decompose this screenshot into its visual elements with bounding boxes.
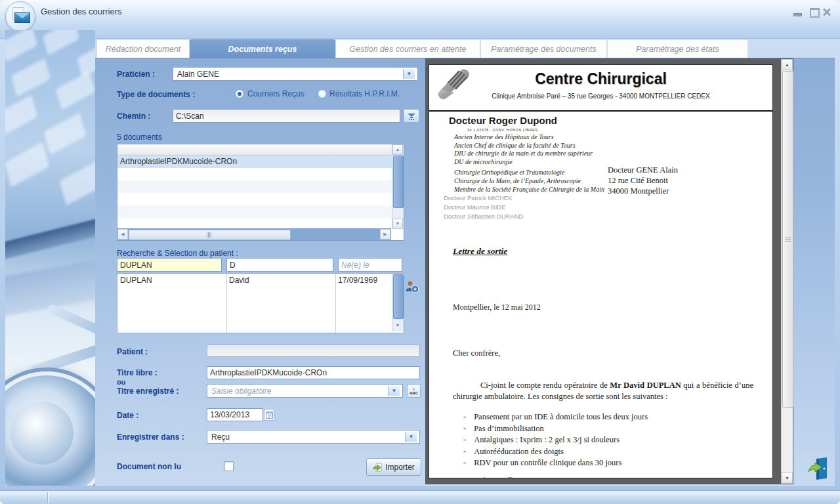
clinic-name: Centre Chirurgical	[429, 70, 772, 88]
exit-button[interactable]	[807, 456, 830, 484]
documents-count: 5 documents	[117, 133, 162, 142]
status-bar-divider	[47, 492, 48, 503]
document-preview: Centre Chirurgical Clinique Ambroise Par…	[425, 58, 793, 484]
tab-redaction-document[interactable]: Rédaction document	[96, 39, 190, 58]
scroll-up-icon[interactable]: ▲	[782, 59, 793, 70]
titre-enregistre-label: Titre enregistré :	[117, 387, 178, 396]
window-title: Gestion des courriers	[41, 7, 122, 16]
chevron-down-icon[interactable]: ▼	[388, 386, 400, 396]
scroll-up-icon[interactable]: ▲	[392, 144, 403, 155]
patient-results-table[interactable]: DUPLAN David 17/09/1969 ▼	[117, 273, 404, 333]
scroll-down-icon[interactable]: ▼	[392, 219, 403, 229]
document-list-item-selected[interactable]: ArthroplastieIPDKMucoide-CROn	[117, 156, 392, 168]
doctor-name: Docteur Roger Dupond	[449, 115, 557, 126]
chevron-down-icon[interactable]: ▼	[403, 69, 415, 79]
enregistrer-dans-value: Reçu	[210, 432, 405, 442]
add-patient-icon	[405, 280, 419, 294]
praticien-label: Praticien :	[117, 70, 155, 79]
search-nom-input[interactable]	[117, 258, 222, 272]
minimize-button[interactable]	[789, 7, 805, 16]
chemin-input[interactable]	[173, 109, 400, 123]
letter-salutation: Cher confrère,	[453, 348, 500, 358]
enregistrer-dans-label: Enregistrer dans :	[117, 432, 184, 442]
result-nom[interactable]: DUPLAN	[120, 276, 152, 285]
patient-name-bold: Mr David DUPLAN	[610, 381, 681, 390]
list-header	[117, 144, 392, 156]
discharge-instructions: -Pansement par un IDE à domicile tous le…	[463, 411, 648, 469]
scroll-down-icon[interactable]: ▼	[392, 321, 403, 331]
document-list-item[interactable]	[117, 168, 392, 180]
titre-enregistre-select[interactable]: Saisie obligatoire ▼	[207, 384, 403, 398]
letter-body: Ci-joint le compte rendu opératoire de M…	[453, 380, 753, 402]
doctor-credentials: Ancien Interne des Hôpitaux de Tours Anc…	[454, 133, 604, 194]
doctor-subtitle: 34 1 02378 . CONV. HONOS LIBRES	[467, 128, 537, 132]
letter-closing: Bien confraternellement	[453, 476, 532, 478]
documents-list[interactable]: ArthroplastieIPDKMucoide-CROn ▲ ▼ ◀ ▶	[117, 144, 404, 241]
sidebar-photo	[5, 30, 95, 486]
result-prenom[interactable]: David	[229, 276, 249, 285]
documents-horizontal-scrollbar[interactable]: ◀ ▶	[117, 228, 391, 240]
exit-door-icon	[807, 456, 830, 481]
browse-folder-icon	[407, 112, 416, 120]
document-list-item[interactable]	[117, 205, 392, 218]
enregistrer-dans-select[interactable]: Reçu ▼	[207, 430, 420, 444]
spellcheck-button[interactable]: ✎ ABC	[407, 384, 421, 398]
scroll-down-icon[interactable]: ▼	[782, 472, 793, 484]
associate-doctors: Docteur Patrick MICHEK Docteur Maurice B…	[444, 194, 523, 221]
chemin-label: Chemin :	[117, 112, 150, 121]
importer-button[interactable]: Importer	[366, 458, 421, 476]
spellcheck-abc-icon: ABC	[410, 391, 418, 395]
document-list-item[interactable]	[117, 193, 392, 205]
document-list-item[interactable]	[117, 180, 392, 193]
tab-documents-recus[interactable]: Documents reçus	[190, 39, 335, 58]
praticien-select[interactable]: Alain GENE ▼	[173, 67, 418, 81]
calendar-button[interactable]	[264, 409, 274, 421]
tab-gestion-courriers-attente[interactable]: Gestion des courriers en attente	[335, 39, 480, 58]
radio-courriers-recus-label[interactable]: Courriers Reçus	[247, 89, 304, 98]
radio-courriers-recus[interactable]	[235, 89, 244, 98]
preview-vertical-scrollbar[interactable]: ▲ ▼	[781, 59, 793, 484]
scrollbar-thumb[interactable]	[393, 156, 404, 208]
date-label: Date :	[117, 411, 138, 420]
letter-place-date: Montpellier, le 12 mai 2012	[453, 303, 541, 312]
titre-enregistre-placeholder: Saisie obligatoire	[210, 387, 388, 396]
patient-input	[207, 345, 420, 357]
scroll-left-icon[interactable]: ◀	[117, 229, 128, 240]
clinic-address: Clinique Ambroise Paré – 35 rue Georges …	[429, 93, 772, 100]
browse-path-button[interactable]	[404, 109, 419, 123]
title-bar: Gestion des courriers	[0, 0, 840, 39]
status-bar	[0, 490, 840, 504]
chevron-down-icon[interactable]: ▼	[405, 432, 417, 442]
ou-label: ou	[117, 378, 125, 386]
document-non-lu-checkbox[interactable]	[224, 461, 234, 471]
import-icon	[373, 463, 382, 472]
recipient-address: Docteur GENE Alain 12 rue Cité Benoit 34…	[608, 165, 678, 196]
radio-resultats-hprim-label[interactable]: Résultats H.P.R.I.M.	[329, 89, 400, 98]
scrollbar-thumb[interactable]	[129, 230, 291, 240]
close-button[interactable]	[819, 7, 835, 16]
search-birthdate-input[interactable]	[338, 258, 402, 272]
application-window: Gestion des courriers Rédaction document…	[0, 0, 840, 504]
letter-page: Centre Chirurgical Clinique Ambroise Par…	[429, 64, 773, 478]
tab-bar: Rédaction document Documents reçus Gesti…	[96, 39, 748, 58]
letter-title: Lettre de sortie	[453, 246, 507, 257]
results-vertical-scrollbar[interactable]: ▼	[392, 274, 404, 331]
result-date-naissance[interactable]: 17/09/1969	[338, 276, 377, 285]
scrollbar-thumb[interactable]	[782, 71, 793, 408]
titre-libre-input[interactable]	[207, 366, 420, 379]
date-input[interactable]	[207, 408, 263, 421]
radio-resultats-hprim[interactable]	[318, 89, 327, 98]
add-patient-button[interactable]	[405, 280, 419, 294]
titre-libre-label: Titre libre :	[117, 368, 158, 377]
search-prenom-input[interactable]	[226, 258, 333, 272]
scroll-right-icon[interactable]: ▶	[380, 229, 390, 240]
patient-label: Patient :	[117, 347, 148, 356]
praticien-value: Alain GENE	[176, 70, 403, 79]
tab-parametrage-documents[interactable]: Paramétrage des documents	[480, 39, 607, 58]
app-envelope-icon	[5, 1, 35, 32]
recherche-patient-label: Recherche & Sélection du patient :	[117, 249, 238, 258]
documents-recus-panel: Praticien : Alain GENE ▼ Type de documen…	[95, 58, 835, 486]
calendar-icon	[266, 411, 273, 419]
tab-parametrage-etats[interactable]: Paramétrage des états	[607, 39, 748, 58]
documents-vertical-scrollbar[interactable]: ▲ ▼	[392, 144, 404, 229]
